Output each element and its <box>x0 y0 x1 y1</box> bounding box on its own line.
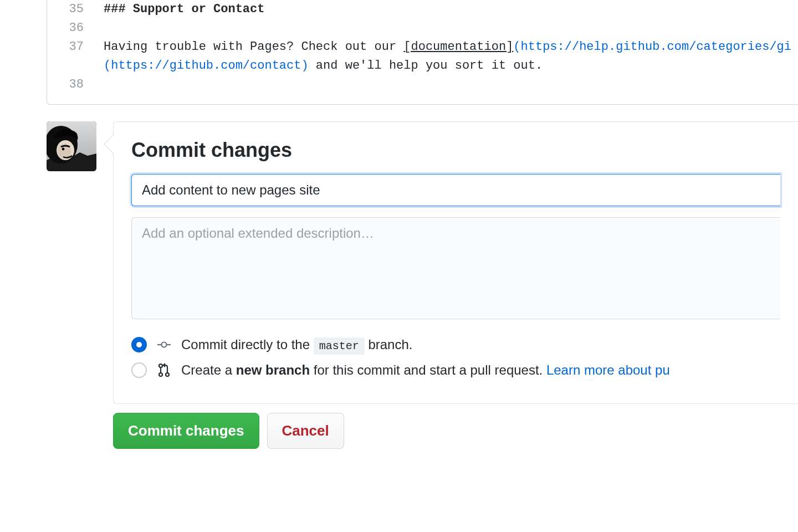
svg-point-9 <box>159 373 162 376</box>
git-commit-icon <box>157 340 171 350</box>
line-number: 36 <box>47 19 96 38</box>
commit-summary-input[interactable] <box>131 174 780 206</box>
git-pull-request-icon <box>157 363 171 377</box>
commit-description-textarea[interactable] <box>131 217 780 319</box>
line-number: 35 <box>47 0 96 19</box>
radio-label: Create a new branch for this commit and … <box>181 362 670 378</box>
radio-label: Commit directly to the master branch. <box>181 337 412 352</box>
radio-input[interactable] <box>131 337 147 352</box>
code-line: 35 ### Support or Contact <box>47 0 798 19</box>
radio-new-branch[interactable]: Create a new branch for this commit and … <box>131 362 780 378</box>
learn-more-link[interactable]: Learn more about pu <box>546 362 670 377</box>
svg-point-8 <box>159 364 162 367</box>
svg-point-10 <box>166 373 169 376</box>
code-content: (https://github.com/contact) and we'll h… <box>96 57 798 75</box>
radio-commit-direct[interactable]: Commit directly to the master branch. <box>131 337 780 352</box>
svg-point-4 <box>62 148 65 151</box>
code-editor[interactable]: 35 ### Support or Contact 36 37 Having t… <box>47 0 798 105</box>
commit-heading: Commit changes <box>131 139 780 162</box>
branch-options: Commit directly to the master branch. <box>131 337 780 378</box>
avatar[interactable] <box>47 121 96 171</box>
code-line-wrap: (https://github.com/contact) and we'll h… <box>47 57 798 75</box>
code-line: 37 Having trouble with Pages? Check out … <box>47 38 798 57</box>
cancel-button[interactable]: Cancel <box>267 413 344 449</box>
line-number: 38 <box>47 75 96 94</box>
commit-form: Commit changes Commit d <box>113 121 798 404</box>
radio-input[interactable] <box>131 362 147 378</box>
code-content: Having trouble with Pages? Check out our… <box>96 38 798 57</box>
code-line: 36 <box>47 19 798 38</box>
commit-changes-button[interactable]: Commit changes <box>113 413 259 449</box>
code-content: ### Support or Contact <box>96 0 798 19</box>
line-number: 37 <box>47 38 96 57</box>
code-line: 38 <box>47 75 798 94</box>
svg-point-5 <box>162 342 167 347</box>
action-buttons: Commit changes Cancel <box>113 413 798 449</box>
